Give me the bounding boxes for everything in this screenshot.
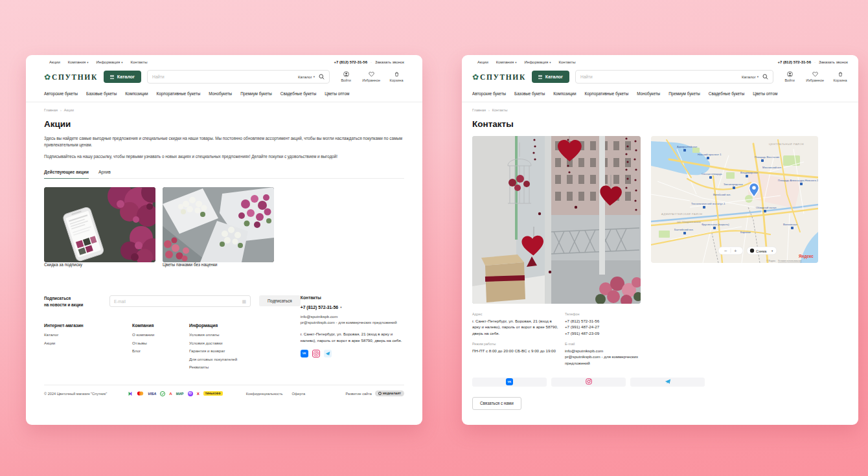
catalog-button[interactable]: Каталог — [104, 71, 141, 83]
map-zoom-out-button[interactable]: − — [724, 248, 727, 254]
search-input[interactable] — [152, 74, 294, 79]
callback-link[interactable]: Заказать звонок — [819, 60, 848, 64]
promo-image-phone-flowers — [44, 187, 155, 262]
subscribe-email-input[interactable] — [114, 299, 239, 304]
category-nav: Авторские букеты Базовые букеты Композиц… — [462, 88, 858, 102]
phone-link[interactable]: +7 (991) 487-23-09 — [565, 331, 599, 335]
topnav-contacts[interactable]: Контакты — [131, 60, 148, 64]
vk-social-button[interactable]: VK — [472, 378, 547, 387]
category-link[interactable]: Свадебные букеты — [280, 91, 316, 96]
footer-link[interactable]: Реквизиты — [189, 365, 286, 369]
breadcrumb-home[interactable]: Главная — [472, 108, 486, 112]
subscribe-input-wrap: ▦ — [109, 295, 251, 307]
login-button[interactable]: Войти — [338, 71, 354, 82]
search-catalog-select[interactable]: Каталог▾ — [298, 75, 315, 79]
phone-link[interactable]: +7 (812) 572-31-56 — [565, 319, 599, 323]
category-link[interactable]: Монобукеты — [637, 91, 660, 96]
contact-info-col-left: Адрес г. Санкт-Петербург, ул. Боровая, 2… — [472, 312, 565, 372]
category-link[interactable]: Свадебные букеты — [709, 91, 744, 96]
footer-link[interactable]: О компании — [132, 332, 189, 337]
phones-group: Телефон +7 (812) 572-31-56 +7 (991) 487-… — [565, 312, 651, 336]
instagram-icon[interactable] — [312, 350, 320, 357]
header-phone[interactable]: +7 (812) 572-31-56 — [777, 60, 811, 64]
callback-link[interactable]: Заказать звонок — [375, 60, 404, 64]
intro-paragraph: Подписывайтесь на нашу рассылку, чтобы п… — [44, 153, 404, 160]
map-layers-button[interactable]: Схема — [756, 249, 766, 253]
promo-card-bundles[interactable]: Цветы пачками без наценки — [163, 187, 274, 267]
map-label: Балтийский вкз. — [674, 228, 694, 231]
topnav-company[interactable]: Компания▾ — [68, 60, 89, 64]
privacy-link[interactable]: Конфиденциальность — [246, 392, 283, 396]
map-zoom-in-button[interactable]: + — [734, 248, 737, 254]
topnav-info[interactable]: Информация▾ — [97, 60, 123, 64]
header-phone[interactable]: +7 (812) 572-31-56 — [334, 60, 367, 64]
favorites-button[interactable]: Избранное — [362, 71, 380, 82]
separator-dot: · — [371, 60, 372, 64]
tab-active-promos[interactable]: Действующие акции — [44, 170, 89, 179]
footer-link[interactable]: Каталог — [44, 332, 132, 337]
cart-button[interactable]: Корзина — [832, 71, 848, 82]
promos-content: Главная › Акции Акции Здесь вы найдете с… — [26, 102, 422, 267]
map-terms-link[interactable]: Условия использования — [778, 260, 802, 262]
category-link[interactable]: Композиции — [125, 91, 148, 96]
topnav-info[interactable]: Информация▾ — [525, 60, 551, 64]
footer-link[interactable]: Отзывы — [132, 341, 189, 345]
search-input[interactable] — [580, 74, 738, 79]
category-link[interactable]: Корпоративные букеты — [157, 91, 201, 96]
search-catalog-select[interactable]: Каталог▾ — [742, 75, 759, 79]
footer-link[interactable]: Гарантия и возврат — [189, 348, 286, 353]
footer-link[interactable]: Для оптовых покупателей — [189, 357, 286, 361]
telegram-icon[interactable] — [324, 350, 332, 357]
phone-link[interactable]: +7 (991) 487-24-27 — [565, 324, 599, 329]
contacts-content: Главная › Контакты Контакты — [462, 102, 858, 410]
footer-link[interactable]: Акции — [44, 341, 132, 345]
subscribe-button[interactable]: Подписаться — [259, 295, 301, 306]
category-link[interactable]: Цветы оптом — [753, 91, 777, 96]
footer-link[interactable]: Условия доставки — [189, 341, 286, 345]
offer-link[interactable]: Оферта — [291, 392, 305, 396]
vk-icon[interactable]: VK — [301, 350, 308, 357]
instagram-social-button[interactable] — [551, 378, 626, 387]
footer-phone[interactable]: +7 (812) 572-31-56▾ — [301, 305, 404, 310]
footer-email-link[interactable]: info@sputnikspb.com — [301, 315, 337, 319]
logo[interactable]: ✿ СПУТНИК — [44, 73, 98, 81]
topnav-company[interactable]: Компания▾ — [496, 60, 517, 64]
dev-badge[interactable]: МЕДИАЛАЙТ — [375, 391, 404, 396]
category-link[interactable]: Премиум букеты — [240, 91, 272, 96]
category-link[interactable]: Композиции — [553, 91, 576, 96]
logo[interactable]: ✿ СПУТНИК — [472, 73, 526, 81]
footer-link[interactable]: Блог — [132, 348, 189, 353]
category-link[interactable]: Цветы оптом — [325, 91, 349, 96]
yandex-map[interactable]: Адмиралтейская Невский проспект 1 Площад… — [651, 136, 818, 263]
category-link[interactable]: Монобукеты — [209, 91, 232, 96]
promo-card-subscribe[interactable]: Скидка за подписку — [44, 187, 155, 267]
yandex-logo[interactable]: Яндекс — [799, 254, 814, 259]
category-link[interactable]: Базовые букеты — [514, 91, 545, 96]
topnav-contacts[interactable]: Контакты — [559, 60, 576, 64]
tab-archive[interactable]: Архив — [98, 170, 111, 178]
category-link[interactable]: Премиум букеты — [668, 91, 700, 96]
email-link[interactable]: info@sputnikspb.com — [565, 348, 603, 353]
map-label: Площадь Александра Невского-1 — [778, 179, 818, 182]
breadcrumb-home[interactable]: Главная — [44, 108, 58, 112]
category-link[interactable]: Корпоративные букеты — [585, 91, 629, 96]
topnav-promos[interactable]: Акции — [49, 60, 60, 64]
search-icon[interactable] — [762, 74, 768, 80]
category-link[interactable]: Авторские букеты — [44, 91, 78, 96]
contact-info: Адрес г. Санкт-Петербург, ул. Боровая, 2… — [472, 312, 657, 372]
flower-logo-icon: ✿ — [44, 73, 51, 81]
catalog-button[interactable]: Каталог — [532, 71, 569, 83]
contact-us-button[interactable]: Связаться с нами — [472, 397, 521, 410]
map-label: Волковская — [783, 223, 797, 226]
login-button[interactable]: Войти — [782, 71, 797, 82]
search-icon[interactable] — [319, 74, 325, 80]
category-link[interactable]: Базовые букеты — [86, 91, 117, 96]
breadcrumb-current: Контакты — [492, 108, 508, 112]
cart-button[interactable]: Корзина — [389, 71, 404, 82]
footer-col-title: Информация — [189, 323, 286, 328]
favorites-button[interactable]: Избранное — [806, 71, 824, 82]
telegram-social-button[interactable] — [630, 378, 705, 387]
category-link[interactable]: Авторские букеты — [472, 91, 506, 96]
topnav-promos[interactable]: Акции — [477, 60, 488, 64]
footer-link[interactable]: Условия оплаты — [189, 332, 286, 337]
